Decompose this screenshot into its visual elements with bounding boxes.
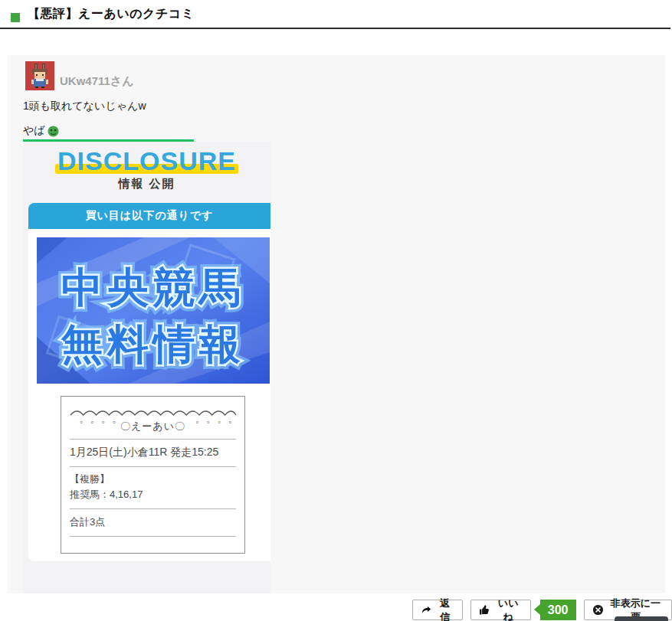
promo-header: DISCLOSURE 情報 公開 [23,142,270,191]
user-row: UKw4711さん [25,61,134,90]
review-card: UKw4711さん 1頭も取れてないじゃんw やば DISCLOSURE 情報 … [8,55,665,593]
promo-banner: 買い目は以下の通りです [28,203,270,229]
ticket-race: 1月25日(土)小倉11R 発走15:25 [70,446,236,459]
promo-subtitle: 情報 公開 [23,177,270,191]
ticket-divider [70,536,236,537]
header-divider [0,28,670,29]
section-bullet-icon [11,13,20,22]
disclosure-logo: DISCLOSURE [57,146,236,176]
like-button[interactable]: いいね [470,600,531,620]
reply-label: 返信 [436,596,454,621]
bet-ticket: ゜゜゜゜ 〇えーあい〇 ゜゜゜゜ 1月25日(土)小倉11R 発走15:25 【… [61,396,245,554]
graphic-line2: 無料情報 [61,321,245,367]
comment-text: 1頭も取れてないじゃんw [23,100,146,113]
reply-button[interactable]: 返信 [412,600,463,620]
reply-arrow-icon [421,604,432,616]
ticket-bet-type: 【複勝】 [70,472,236,486]
promo-content-card: 中央競馬 無料情報 中央競馬 無料情報 ゜゜゜゜ 〇えーあい〇 ゜゜゜゜ 1月2… [28,229,270,561]
page-title: 【悪評】えーあいのクチコミ [28,6,195,22]
tooltip-stub [615,616,668,621]
graphic-line1: 中央競馬 [61,264,245,310]
free-info-graphic: 中央競馬 無料情報 中央競馬 無料情報 [37,237,270,384]
comment-text-2: やば [23,124,59,138]
ticket-provider: ゜゜゜゜ 〇えーあい〇 ゜゜゜゜ [70,420,236,433]
scallop-border [70,407,237,417]
like-label: いいね [494,596,523,621]
promo-image: DISCLOSURE 情報 公開 買い目は以下の通りです [23,142,270,593]
ticket-divider [70,466,236,467]
page: 【悪評】えーあいのクチコミ [0,0,672,621]
ticket-divider [70,508,236,509]
like-count-badge: 300 [540,600,576,620]
avatar [25,61,54,90]
nauseated-face-emoji-icon [48,126,59,137]
hide-x-icon [592,604,604,616]
username: UKw4711さん [60,74,134,89]
comment-text-2-label: やば [23,124,45,138]
disclosure-logo-text: DISCLOSURE [57,146,236,175]
ticket-total: 合計3点 [70,515,236,529]
thumbs-up-icon [479,604,490,616]
ticket-divider [70,439,236,440]
ticket-picks: 推奨馬：4,16,17 [70,488,236,502]
